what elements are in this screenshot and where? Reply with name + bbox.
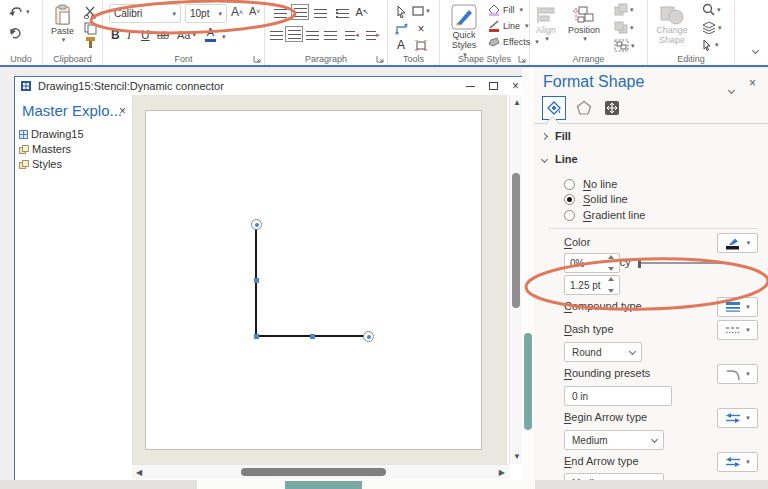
- tab-effects[interactable]: [572, 96, 596, 120]
- bold-button[interactable]: B: [111, 28, 120, 42]
- rectangle-tool-button[interactable]: ▾: [412, 3, 430, 19]
- spinner-arrows[interactable]: [608, 255, 617, 271]
- scroll-up-icon[interactable]: ▲: [513, 98, 521, 107]
- align-bottom-button[interactable]: [311, 5, 329, 21]
- pane-options-chevron-icon[interactable]: [729, 79, 734, 97]
- tab-fill-and-line[interactable]: [542, 96, 566, 120]
- bring-forward-button[interactable]: ▾: [614, 3, 634, 16]
- connector-end-endpoint[interactable]: [363, 331, 374, 342]
- cap-type-select[interactable]: Round: [564, 342, 642, 362]
- dash-type-dropdown[interactable]: ▾: [717, 320, 758, 340]
- align-middle-button[interactable]: [291, 4, 309, 20]
- window-close-button[interactable]: ×: [512, 80, 519, 92]
- compound-type-dropdown[interactable]: ▾: [717, 297, 758, 317]
- align-top-button[interactable]: [271, 5, 289, 21]
- spinner-arrows[interactable]: [608, 277, 617, 293]
- transparency-spinner[interactable]: 0%: [564, 253, 620, 273]
- connector-corner-handle[interactable]: [254, 334, 259, 339]
- select-button[interactable]: ▾: [702, 39, 719, 51]
- find-button[interactable]: ▾: [702, 3, 721, 16]
- tree-item-masters[interactable]: Masters: [19, 143, 71, 155]
- paste-button[interactable]: Paste ▾: [51, 4, 74, 44]
- connector-midpoint-handle[interactable]: [254, 278, 259, 283]
- format-painter-button[interactable]: [81, 34, 99, 50]
- app-horizontal-scrollbar[interactable]: [197, 480, 535, 489]
- underline-button[interactable]: U: [141, 28, 150, 42]
- window-maximize-button[interactable]: [489, 82, 498, 90]
- change-shape-button[interactable]: Change Shape: [652, 5, 692, 46]
- text-tool-button[interactable]: A: [392, 37, 410, 53]
- paste-dropdown-icon[interactable]: ▾: [62, 36, 66, 44]
- vertical-scroll-thumb[interactable]: [512, 173, 520, 308]
- grow-font-button[interactable]: A˄: [231, 5, 243, 19]
- scroll-left-icon[interactable]: ◀: [136, 468, 142, 477]
- begin-arrow-size-select[interactable]: Medium: [564, 430, 664, 450]
- decrease-indent-button[interactable]: ◂: [343, 27, 361, 43]
- text-direction-button[interactable]: A↖: [353, 4, 371, 20]
- app-vertical-scroll-thumb[interactable]: [524, 333, 532, 430]
- width-spinner[interactable]: 1.25 pt: [564, 275, 620, 295]
- rectangle-tool-dropdown-icon[interactable]: ▾: [426, 7, 430, 15]
- position-button[interactable]: Position ▾: [568, 5, 600, 43]
- radio-solid-line[interactable]: Solid line: [564, 193, 628, 205]
- font-dialog-launcher[interactable]: [253, 55, 261, 63]
- app-horizontal-scroll-thumb[interactable]: [285, 481, 362, 489]
- horizontal-scroll-thumb[interactable]: [241, 468, 386, 476]
- pointer-tool-button[interactable]: [392, 3, 410, 19]
- layers-button[interactable]: ▾: [702, 21, 722, 34]
- increase-indent-button[interactable]: ▸: [364, 27, 382, 43]
- text-block-tool-button[interactable]: [412, 37, 430, 53]
- font-color-button[interactable]: A: [205, 27, 216, 42]
- font-color-dropdown-icon[interactable]: ▾: [222, 33, 226, 41]
- section-line[interactable]: Line: [542, 153, 578, 165]
- tree-item-styles[interactable]: Styles: [19, 158, 62, 170]
- send-backward-button[interactable]: ▾: [614, 21, 634, 34]
- connector-begin-endpoint[interactable]: [251, 219, 262, 230]
- window-minimize-button[interactable]: [466, 86, 475, 87]
- drawing-canvas[interactable]: [132, 95, 507, 464]
- drawing-window-titlebar[interactable]: Drawing15:Stencil:Dynamic connector ×: [15, 77, 523, 95]
- align-right-button[interactable]: [303, 27, 321, 43]
- scroll-right-icon[interactable]: ▶: [499, 468, 505, 477]
- shape-styles-dialog-launcher[interactable]: [518, 55, 526, 63]
- undo-dropdown-icon[interactable]: ▾: [26, 8, 30, 16]
- slider-thumb[interactable]: [638, 258, 641, 268]
- fill-button[interactable]: Fill▾: [488, 4, 523, 16]
- transparency-slider[interactable]: [638, 262, 722, 264]
- rounding-presets-dropdown[interactable]: ▾: [717, 364, 758, 384]
- quick-styles-button[interactable]: Quick Styles ▾: [445, 4, 483, 59]
- drawing-vertical-scrollbar[interactable]: ▲ ▼: [509, 95, 522, 464]
- justify-button[interactable]: [321, 27, 339, 43]
- drawing-page[interactable]: [145, 110, 482, 450]
- end-arrow-type-dropdown[interactable]: ▾: [717, 452, 758, 472]
- change-case-button[interactable]: Aa▾: [177, 29, 196, 41]
- undo-icon[interactable]: ▾: [8, 5, 30, 18]
- radio-no-line[interactable]: No line: [564, 178, 617, 190]
- line-color-dropdown[interactable]: ▾: [717, 233, 758, 253]
- rounding-size-input[interactable]: 0 in: [564, 386, 672, 406]
- app-vertical-scrollbar[interactable]: [522, 68, 534, 480]
- tree-item-drawing15[interactable]: Drawing15: [19, 128, 84, 140]
- section-fill[interactable]: Fill: [542, 130, 571, 142]
- font-name-combo[interactable]: Calibri▾: [109, 4, 181, 23]
- begin-arrow-type-dropdown[interactable]: ▾: [717, 408, 758, 428]
- align-left-button[interactable]: [267, 27, 285, 43]
- strikethrough-button[interactable]: ab: [157, 29, 169, 41]
- bullets-button[interactable]: [333, 5, 351, 21]
- connection-point-tool-button[interactable]: ×: [412, 21, 430, 37]
- line-button[interactable]: Line▾: [488, 20, 529, 32]
- paragraph-dialog-launcher[interactable]: [376, 55, 384, 63]
- redo-icon[interactable]: [8, 26, 22, 40]
- connector-midpoint-handle[interactable]: [310, 334, 315, 339]
- font-size-combo[interactable]: 10pt▾: [185, 4, 227, 23]
- align-center-button[interactable]: [285, 26, 303, 42]
- drawing-horizontal-scrollbar[interactable]: ◀ ▶: [132, 464, 509, 479]
- pane-close-icon[interactable]: ×: [749, 76, 756, 90]
- connector-tool-button[interactable]: [392, 21, 410, 37]
- italic-button[interactable]: I: [127, 28, 131, 43]
- align-button[interactable]: Align ▾: [535, 5, 557, 43]
- tab-size-properties[interactable]: [600, 96, 624, 120]
- shrink-font-button[interactable]: A˅: [249, 5, 260, 17]
- scroll-down-icon[interactable]: ▼: [513, 452, 521, 461]
- cut-button[interactable]: [81, 4, 99, 20]
